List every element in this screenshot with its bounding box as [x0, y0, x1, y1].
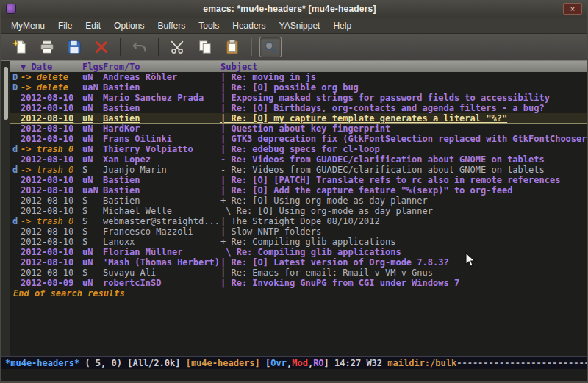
- message-date: -> delete: [21, 82, 82, 93]
- column-header-date[interactable]: ▼ Date: [21, 62, 82, 72]
- window-close-button[interactable]: ×: [563, 3, 582, 15]
- message-flags: uN: [82, 144, 103, 154]
- message-flags: uN: [82, 175, 103, 185]
- menu-item-headers[interactable]: Headers: [226, 18, 272, 33]
- minibuffer-echo-area[interactable]: [1, 369, 587, 381]
- message-flags: uN: [82, 72, 103, 82]
- header-line: ▼ Date Flgs From/To Subject: [10, 61, 587, 72]
- modeline-segment: Mod: [292, 358, 308, 368]
- new-file-icon[interactable]: [9, 37, 31, 57]
- message-subject: - Re: Videos from GUADEC/clarification a…: [220, 154, 587, 165]
- message-date: 2012-08-10: [21, 134, 82, 144]
- titlebar[interactable]: emacs: *mu4e-headers* [mu4e-headers] ×: [1, 0, 587, 18]
- modeline-segment: maildir:/bulk: [387, 358, 456, 368]
- message-date: 2012-08-10: [21, 124, 82, 134]
- message-subject: | Re: [O] possible org bug: [220, 82, 587, 93]
- message-flags: uN: [82, 113, 103, 123]
- message-subject: - Re: Videos from GUADEC/clarification a…: [220, 165, 587, 175]
- message-row[interactable]: 2012-08-10uNBastien| Re: [O] [PATCH] Tra…: [10, 175, 587, 185]
- message-row[interactable]: 2012-08-10uNXan Lopez- Re: Videos from G…: [10, 154, 587, 165]
- message-row[interactable]: d-> trash 0uNThierry Volpiatto| Re: edeb…: [10, 144, 587, 154]
- toolbar: [1, 34, 587, 60]
- message-marker: [10, 124, 21, 134]
- modeline-segment: [mu4e-headers]: [186, 358, 265, 368]
- message-date: 2012-08-10: [21, 103, 82, 113]
- message-row[interactable]: 2012-08-10SBastien+ Re: [O] Using org-mo…: [10, 196, 587, 206]
- message-row[interactable]: 2012-08-10SMichael Welle \ Re: [O] Using…: [10, 206, 587, 216]
- message-row[interactable]: 2012-08-10uNFrans Oilinki| GTK3 deprecat…: [10, 134, 587, 144]
- message-subject: | Re: moving in js: [220, 72, 587, 82]
- message-row-current[interactable]: 2012-08-10uNBastien| Re: [O] my capture …: [10, 113, 587, 124]
- close-buffer-icon[interactable]: [90, 37, 112, 57]
- modeline-segment: [All/2.0k]: [127, 358, 185, 368]
- menu-item-mymenu[interactable]: MyMenu: [4, 18, 51, 33]
- message-subject: | Re: edebug specs for cl-loop: [220, 144, 587, 154]
- column-header-subject[interactable]: Subject: [220, 62, 587, 72]
- message-row[interactable]: d-> trash 0Swebmaster@straightd...| The …: [10, 216, 587, 226]
- search-icon[interactable]: [259, 37, 282, 57]
- menu-item-edit[interactable]: Edit: [79, 18, 107, 33]
- message-date: 2012-08-10: [21, 257, 82, 268]
- column-header-flags[interactable]: Flgs: [82, 62, 103, 72]
- message-marker: [10, 268, 21, 278]
- message-subject: | Slow NNTP folders: [220, 226, 587, 237]
- message-from: webmaster@straightd...: [103, 216, 220, 226]
- message-date: -> delete: [21, 72, 82, 82]
- column-header-from[interactable]: From/To: [103, 62, 220, 72]
- modeline-segment: [: [265, 358, 270, 368]
- message-row[interactable]: D-> deleteuaNBastien| Re: [O] possible o…: [10, 82, 587, 93]
- message-row[interactable]: 2012-08-10SLanoxx+ Re: Compiling glib ap…: [10, 237, 587, 247]
- message-marker: [10, 134, 21, 144]
- menu-item-help[interactable]: Help: [326, 18, 358, 33]
- message-row[interactable]: 2012-08-10uNHardKor| Question about key …: [10, 124, 587, 134]
- message-subject: + Re: [O] Using org-mode as day planner: [220, 196, 587, 206]
- message-row[interactable]: 2012-08-10uN'Mash (Thomas Herbert)| Re: …: [10, 257, 587, 268]
- message-date: 2012-08-10: [21, 154, 82, 165]
- message-subject: + Re: Compiling glib applications: [220, 237, 587, 247]
- message-flags: S: [82, 165, 103, 175]
- menu-item-file[interactable]: File: [51, 18, 79, 33]
- message-row[interactable]: D-> deleteuNAndreas Röhler| Re: moving i…: [10, 72, 587, 82]
- modeline-segment: ,: [308, 358, 313, 368]
- message-row[interactable]: 2012-08-10SSuvayu Ali| Re: Emacs for ema…: [10, 268, 587, 278]
- message-subject: | Re: [O] Latest version of Org-mode 7.8…: [220, 257, 587, 268]
- message-flags: uN: [82, 247, 103, 257]
- modeline-segment: W32: [366, 358, 387, 368]
- scrollbar[interactable]: [1, 61, 10, 356]
- message-marker: [10, 226, 21, 237]
- message-row[interactable]: 2012-08-10uaNBastien| Re: [O] Add the ca…: [10, 185, 587, 196]
- message-subject: \ Re: [O] Using org-mode as day planner: [220, 206, 587, 216]
- message-row[interactable]: 2012-08-10SFrancesco Mazzoli| Slow NNTP …: [10, 226, 587, 237]
- save-icon[interactable]: [63, 37, 85, 57]
- message-flags: uN: [82, 154, 103, 165]
- message-marker: D: [10, 82, 21, 93]
- message-date: 2012-08-10: [21, 196, 82, 206]
- message-from: robertcInSD: [103, 278, 220, 288]
- message-marker: [10, 175, 21, 185]
- menu-item-tools[interactable]: Tools: [192, 18, 226, 33]
- message-date: -> trash 0: [21, 165, 82, 175]
- message-marker: [10, 103, 21, 113]
- message-date: -> trash 0: [21, 216, 82, 226]
- message-row[interactable]: 2012-08-10uNFlorian Müllner \ Re: Compil…: [10, 247, 587, 257]
- message-from: Lanoxx: [103, 237, 220, 247]
- cut-icon[interactable]: [167, 37, 189, 57]
- modeline-segment: 14:27: [334, 358, 366, 368]
- print-icon[interactable]: [36, 37, 58, 57]
- message-from: Mario Sanchez Prada: [103, 93, 220, 103]
- paste-icon[interactable]: [221, 37, 243, 57]
- modeline-segment: ----------------------------------------: [456, 358, 587, 368]
- copy-icon[interactable]: [194, 37, 216, 57]
- message-row[interactable]: d-> trash 0SJuanjo Marin- Re: Videos fro…: [10, 165, 587, 175]
- message-row[interactable]: 2012-08-09uNrobertcInSD| Re: Invoking Gn…: [10, 278, 587, 288]
- message-date: 2012-08-09: [21, 278, 82, 288]
- message-row[interactable]: 2012-08-10uNMario Sanchez Prada| Exposin…: [10, 93, 587, 103]
- menu-item-buffers[interactable]: Buffers: [151, 18, 192, 33]
- message-row[interactable]: 2012-08-10uNBastien| Re: [O] Birthdays, …: [10, 103, 587, 113]
- modeline-segment: Ovr: [270, 358, 287, 368]
- menu-item-yasnippet[interactable]: YASnippet: [273, 18, 327, 33]
- message-date: 2012-08-10: [21, 237, 82, 247]
- scrollbar-thumb[interactable]: [4, 67, 8, 120]
- menu-item-options[interactable]: Options: [107, 18, 151, 33]
- mu4e-headers-buffer: ▼ Date Flgs From/To Subject D-> deleteuN…: [10, 61, 587, 356]
